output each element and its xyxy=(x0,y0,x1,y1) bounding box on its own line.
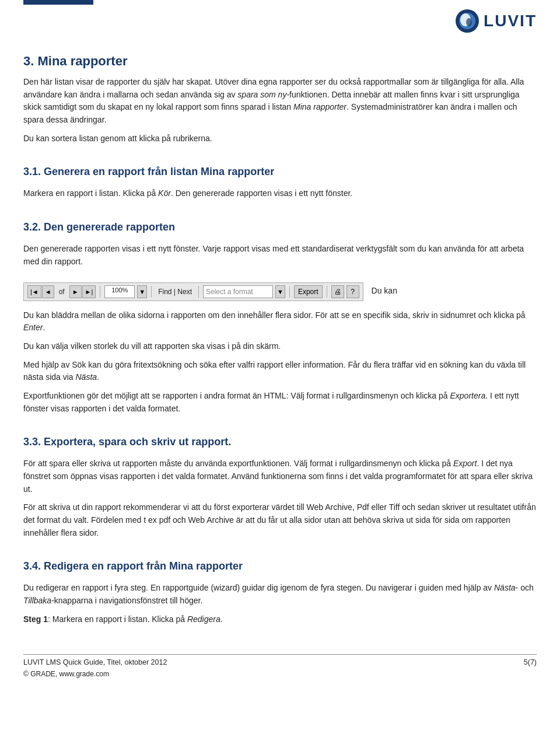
section32-title: 3.2. Den genererade rapporten xyxy=(23,221,175,233)
section33-title: 3.3. Exportera, spara och skriv ut rappo… xyxy=(23,436,231,448)
page: LUVIT 3. Mina rapporter Den här listan v… xyxy=(0,0,560,737)
section32-p3: Du kan välja vilken storlek du vill att … xyxy=(23,340,537,353)
report-toolbar: |◄ ◄ of ► ►| 100% ▼ Find | Next Select a… xyxy=(23,282,363,301)
logo-text: LUVIT xyxy=(484,12,537,30)
toolbar-find-label: Find | Next xyxy=(158,288,192,296)
toolbar-prev-btn[interactable]: ◄ xyxy=(42,285,54,298)
step1-label: Steg 1 xyxy=(23,614,48,624)
svg-point-3 xyxy=(466,18,472,26)
logo-area: LUVIT xyxy=(454,8,537,34)
toolbar-sep2 xyxy=(151,286,152,298)
toolbar-nav2[interactable]: ► ►| xyxy=(69,285,96,298)
section34-p1: Du redigerar en rapport i fyra steg. En … xyxy=(23,582,537,607)
section31-title: 3.1. Generera en rapport från listan Min… xyxy=(23,166,274,178)
toolbar-zoom-value[interactable]: 100% xyxy=(104,285,135,298)
section3-p2: Du kan sortera listan genom att klicka p… xyxy=(23,132,537,145)
toolbar-next-btn[interactable]: ► xyxy=(69,285,82,298)
section34-title: 3.4. Redigera en rapport från Mina rappo… xyxy=(23,560,243,572)
toolbar-nav[interactable]: |◄ ◄ xyxy=(27,285,54,298)
section34-step1: Steg 1: Markera en rapport i listan. Kli… xyxy=(23,613,537,626)
section31-header-row: 3.1. Generera en rapport från listan Min… xyxy=(23,155,537,183)
toolbar-export-btn[interactable]: Export xyxy=(294,285,323,298)
section32-header-row: 3.2. Den genererade rapporten xyxy=(23,211,537,238)
header-accent-bar xyxy=(23,0,93,5)
section32-p1: Den genererade rapporten visas i ett nyt… xyxy=(23,243,537,268)
section32-p5: Exportfunktionen gör det möjligt att se … xyxy=(23,390,537,415)
section31-p1: Markera en rapport i listan. Klicka på K… xyxy=(23,187,537,200)
toolbar-sep5 xyxy=(327,286,327,298)
toolbar-help-icon-btn[interactable]: ? xyxy=(346,285,359,298)
toolbar-row: |◄ ◄ of ► ►| 100% ▼ Find | Next Select a… xyxy=(23,277,537,305)
toolbar-sep4 xyxy=(289,286,290,298)
toolbar-zoom-dropdown-btn[interactable]: ▼ xyxy=(137,285,147,298)
toolbar-print-icon-btn[interactable]: 🖨 xyxy=(331,285,344,298)
footer-right: 5(7) xyxy=(524,658,537,666)
section33-p1: För att spara eller skriva ut rapporten … xyxy=(23,457,537,495)
footer-bar: LUVIT LMS Quick Guide, Titel, oktober 20… xyxy=(23,654,537,666)
section34-header-row: 3.4. Redigera en rapport från Mina rappo… xyxy=(23,550,537,577)
toolbar-first-btn[interactable]: |◄ xyxy=(27,285,41,298)
toolbar-last-btn[interactable]: ►| xyxy=(82,285,96,298)
section32-p2: Du kan bläddra mellan de olika sidorna i… xyxy=(23,309,537,334)
section33-p2: För att skriva ut din rapport rekommende… xyxy=(23,501,537,539)
header: LUVIT xyxy=(0,0,560,40)
section32-p4: Med hjälp av Sök kan du göra fritextsökn… xyxy=(23,359,537,384)
section3-title: 3. Mina rapporter xyxy=(23,54,537,69)
section33-header-row: 3.3. Exportera, spara och skriv ut rappo… xyxy=(23,425,537,453)
toolbar-sep3 xyxy=(198,286,199,298)
toolbar-select-format[interactable]: Select a format xyxy=(203,285,273,298)
du-kan-inline: Du kan xyxy=(372,286,397,295)
footer-left: LUVIT LMS Quick Guide, Titel, oktober 20… xyxy=(23,658,167,666)
toolbar-of-label: of xyxy=(59,288,65,296)
section3-p1: Den här listan visar de rapporter du sjä… xyxy=(23,76,537,127)
luvit-logo-icon xyxy=(454,8,480,34)
footer-copyright: © GRADE, www.grade.com xyxy=(23,670,537,678)
toolbar-sep1 xyxy=(100,286,100,298)
toolbar-select-dropdown-btn[interactable]: ▼ xyxy=(275,285,285,298)
main-content: 3. Mina rapporter Den här listan visar d… xyxy=(0,40,560,644)
